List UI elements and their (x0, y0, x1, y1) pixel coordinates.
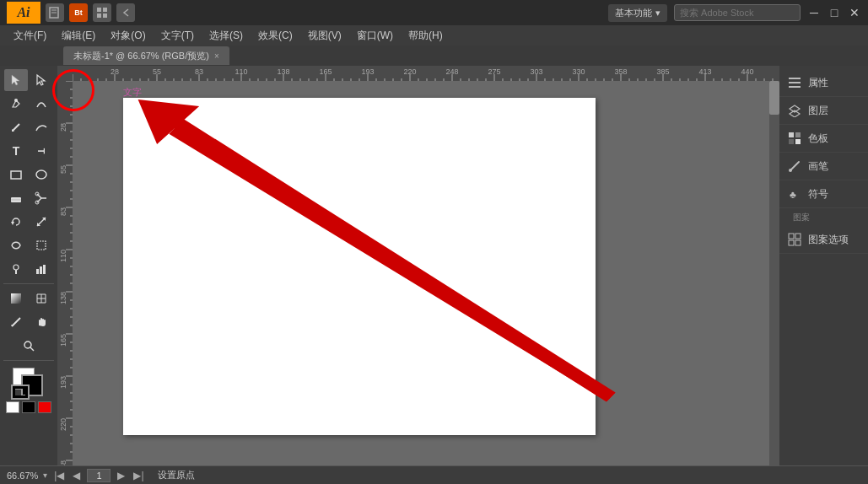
column-graph-tool[interactable] (30, 258, 53, 280)
vertical-type-tool[interactable]: T (30, 140, 53, 162)
document-icon[interactable] (46, 3, 64, 22)
scale-tool[interactable] (30, 211, 53, 233)
layers-label: 图层 (808, 104, 828, 118)
svg-point-38 (24, 341, 31, 348)
scissors-tool[interactable] (30, 187, 53, 209)
vertical-scrollbar[interactable] (769, 81, 779, 484)
minimize-button[interactable]: ─ (807, 6, 821, 19)
tool-row-4: T T (4, 140, 53, 162)
hand-tool[interactable] (30, 311, 53, 333)
ruler-top (73, 66, 779, 81)
right-panel: 属性 图层 色板 画笔 ♣ 符号 图案 (779, 66, 868, 484)
select-tool[interactable] (4, 69, 28, 91)
pattern-options-label: 图案选项 (808, 233, 849, 247)
tool-row-6 (4, 187, 53, 209)
app-logo: Ai (7, 2, 40, 24)
tool-row-8 (4, 234, 53, 256)
canvas-wrapper[interactable]: 文字 (73, 81, 769, 469)
stroke-only (13, 386, 28, 398)
free-transform-tool[interactable] (30, 234, 53, 256)
tab-bar: 未标题-1* @ 66.67% (RGB/预览) × (0, 46, 868, 66)
tab-close-button[interactable]: × (214, 51, 219, 61)
panel-layers[interactable]: 图层 (779, 97, 868, 125)
zoom-down-arrow[interactable]: ▾ (43, 471, 47, 480)
rectangle-tool[interactable] (4, 164, 28, 186)
close-button[interactable]: ✕ (848, 6, 861, 19)
menu-help[interactable]: 帮助(H) (402, 27, 450, 45)
menu-bar: 文件(F) 编辑(E) 对象(O) 文字(T) 选择(S) 效果(C) 视图(V… (0, 25, 868, 46)
pencil-tool[interactable] (4, 116, 28, 138)
maximize-button[interactable]: □ (828, 6, 841, 19)
symbol-sprayer-tool[interactable] (4, 258, 28, 280)
svg-rect-6 (103, 13, 107, 18)
tool-divider-1 (3, 283, 54, 284)
nav-next[interactable]: ▶ (116, 470, 127, 481)
menu-type[interactable]: 文字(T) (154, 27, 201, 45)
bridge-icon[interactable]: Bt (69, 3, 88, 22)
black-swatch[interactable] (22, 401, 35, 413)
knife-tool[interactable] (4, 311, 28, 333)
artboard-number-input[interactable] (87, 469, 111, 482)
color-squares[interactable] (13, 368, 45, 398)
mesh-tool[interactable] (30, 288, 53, 309)
red-swatch[interactable] (38, 401, 51, 413)
stock-search-input[interactable] (674, 4, 801, 21)
menu-edit[interactable]: 编辑(E) (55, 27, 102, 45)
svg-rect-52 (795, 139, 801, 144)
panel-properties[interactable]: 属性 (779, 69, 868, 97)
tool-row-5 (4, 164, 53, 186)
white-swatch[interactable] (6, 401, 19, 413)
pen-tool[interactable] (4, 93, 28, 115)
eraser-tool[interactable] (4, 187, 28, 209)
back-icon[interactable] (116, 3, 135, 22)
svg-rect-26 (36, 269, 39, 274)
nav-prev-prev[interactable]: |◀ (52, 470, 66, 481)
svg-marker-48 (790, 110, 800, 117)
tool-row-zoom (17, 335, 40, 357)
type-tool[interactable]: T (4, 140, 28, 162)
svg-rect-51 (789, 139, 794, 144)
brushes-icon (786, 158, 803, 175)
panel-brushes[interactable]: 画笔 (779, 153, 868, 180)
svg-point-53 (789, 169, 792, 172)
ruler-left (57, 81, 73, 484)
artboard-label: 文字 (123, 86, 142, 99)
menu-object[interactable]: 对象(O) (104, 27, 152, 45)
svg-rect-49 (789, 132, 794, 137)
nav-prev[interactable]: ◀ (71, 470, 82, 481)
direct-select-tool[interactable] (30, 69, 53, 91)
svg-line-14 (37, 194, 41, 198)
panel-swatches[interactable]: 色板 (779, 125, 868, 153)
ellipse-tool[interactable] (30, 164, 53, 186)
menu-select[interactable]: 选择(S) (202, 27, 250, 45)
zoom-tool[interactable] (17, 335, 40, 357)
status-text: 设置原点 (158, 469, 195, 481)
panel-pattern-options[interactable]: 图案选项 (779, 226, 868, 254)
zoom-level: 66.67% (7, 471, 38, 481)
gradient-tool[interactable] (4, 288, 28, 309)
panel-symbols[interactable]: ♣ 符号 (779, 180, 868, 208)
canvas-area[interactable]: 文字 (57, 66, 779, 484)
rotate-tool[interactable] (4, 211, 28, 233)
tab-label: 未标题-1* @ 66.67% (RGB/预览) (73, 50, 209, 62)
tool-row-3 (4, 116, 53, 138)
smooth-tool[interactable] (30, 116, 53, 138)
menu-view[interactable]: 视图(V) (301, 27, 348, 45)
arrange-icon[interactable] (93, 3, 111, 22)
document-tab[interactable]: 未标题-1* @ 66.67% (RGB/预览) × (63, 46, 229, 65)
artboard[interactable] (123, 98, 596, 435)
brushes-label: 画笔 (808, 159, 828, 174)
ruler-corner (57, 66, 73, 81)
warp-tool[interactable] (4, 234, 28, 256)
svg-point-11 (36, 170, 46, 179)
curvature-tool[interactable] (30, 93, 53, 115)
feature-button[interactable]: 基本功能 ▾ (608, 4, 667, 22)
menu-file[interactable]: 文件(F) (7, 27, 53, 45)
menu-window[interactable]: 窗口(W) (350, 27, 400, 45)
swatches-label: 色板 (808, 132, 828, 146)
scroll-thumb[interactable] (769, 81, 779, 115)
svg-rect-28 (43, 265, 46, 274)
menu-effect[interactable]: 效果(C) (251, 27, 299, 45)
nav-next-next[interactable]: ▶| (132, 470, 145, 481)
svg-rect-57 (789, 240, 794, 245)
